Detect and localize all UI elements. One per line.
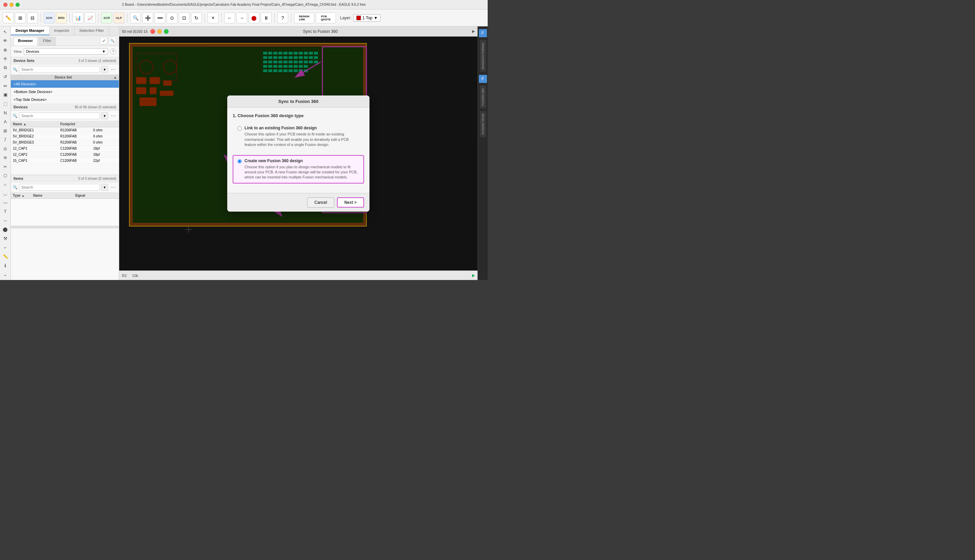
select-tool[interactable]: ↖	[1, 28, 10, 36]
device-set-sort-arrow[interactable]: ▲	[113, 75, 117, 79]
device-set-item-bottom[interactable]: <Bottom Side Devices>	[11, 88, 119, 96]
next-button[interactable]: Next >	[337, 197, 364, 208]
rs-fusion360[interactable]: FUSION 360	[480, 86, 486, 109]
name-sort-icon[interactable]: ▲	[23, 122, 27, 126]
mirror-tool[interactable]: ⇔	[1, 82, 10, 90]
radio-link[interactable]	[237, 126, 242, 131]
stop-tool[interactable]: ⬤	[248, 13, 259, 23]
panel-resize-icon[interactable]: ⤢	[100, 37, 107, 44]
statistics-tool[interactable]: 📊	[72, 13, 83, 23]
group-tool[interactable]: ▣	[1, 91, 10, 99]
tab-selection-filter[interactable]: Selection Filter	[75, 27, 109, 35]
via-tool[interactable]: ⊙	[1, 145, 10, 153]
rs-fusion-team[interactable]: FUSION TEAM	[480, 111, 486, 137]
smash-tool[interactable]: ⚒	[1, 234, 10, 243]
custom-tool[interactable]: SCR	[101, 13, 112, 23]
rs-icon-fusion[interactable]: F	[479, 75, 487, 83]
devices-search-dropdown[interactable]: ▼	[101, 112, 108, 119]
type-sort-icon[interactable]: ▲	[22, 194, 25, 197]
pointer-tool[interactable]: ✏️	[3, 13, 13, 23]
refresh-tool[interactable]: ↻	[191, 13, 202, 23]
device-set-item-all[interactable]: <All Devices>	[11, 80, 119, 88]
arc-tool[interactable]: ◡	[1, 190, 10, 198]
grid-tool[interactable]: ⊞	[15, 13, 26, 23]
info-tool[interactable]: ℹ	[1, 262, 10, 270]
ripup-tool[interactable]: ✂	[1, 163, 10, 171]
collapse-tool[interactable]: ⌄	[1, 270, 10, 278]
modal-option-create[interactable]: Create new Fusion 360 design Choose this…	[233, 155, 364, 183]
device-row-5[interactable]: 15_CAP1 C1206FAB 22pf	[11, 158, 119, 164]
device-sets-search-input[interactable]	[19, 66, 100, 73]
pause-tool[interactable]: ⏸	[261, 13, 272, 23]
devices-more-btn[interactable]: ···	[109, 112, 117, 120]
device-row-3[interactable]: 12_CAP1 C1206FAB 18pf	[11, 146, 119, 152]
device-row-1[interactable]: 5V_BRIDGE2 R1206FAB 0 ohm	[11, 133, 119, 140]
grid2-tool[interactable]: ⊞	[1, 127, 10, 135]
value-tool[interactable]: A	[1, 117, 10, 126]
help-tool[interactable]: ?	[277, 13, 288, 23]
items-search-dropdown[interactable]: ▼	[101, 184, 108, 191]
panel-zoom-icon[interactable]: 🔍	[109, 37, 116, 44]
dim-tool[interactable]: ↔	[1, 217, 10, 225]
tab-design-manager[interactable]: Design Manager	[11, 27, 50, 35]
filter-tool[interactable]: ⊟	[27, 13, 38, 23]
device-row-0[interactable]: 5V_BRIDGE1 R1206FAB 0 ohm	[11, 127, 119, 133]
rotate-tool[interactable]: ↺	[1, 73, 10, 81]
subtab-browser[interactable]: Browser	[13, 37, 37, 46]
schematic-tool[interactable]: SCH	[44, 13, 55, 23]
ungroup-tool[interactable]: ⬚	[1, 100, 10, 108]
name-tool[interactable]: N	[1, 109, 10, 117]
cancel-button[interactable]: Cancel	[307, 197, 334, 208]
canvas-expand-icon[interactable]: ▶	[472, 29, 475, 33]
device-row-2[interactable]: 5V_BRIDGE3 R1206FAB 0 ohm	[11, 140, 119, 146]
board-tool[interactable]: BRD	[56, 13, 67, 23]
panel-scrollbar[interactable]	[11, 226, 119, 228]
modal-option-link[interactable]: Link to an existing Fusion 360 design Ch…	[233, 122, 364, 151]
traffic-lights	[150, 29, 168, 34]
zoom-out-tool[interactable]: 🔍	[130, 13, 141, 23]
devices-search-input[interactable]	[19, 112, 100, 119]
subtab-filter[interactable]: Filter	[38, 37, 55, 46]
graph-tool[interactable]: 📈	[85, 13, 95, 23]
rs-icon-top[interactable]: F	[479, 29, 487, 37]
polygon-tool[interactable]: ⬡	[1, 172, 10, 180]
copy-tool[interactable]: ⧉	[1, 63, 10, 72]
items-search-input[interactable]	[19, 184, 100, 191]
device-set-item-top[interactable]: <Top Side Devices>	[11, 96, 119, 103]
device-row-4[interactable]: 12_CAP2 C1206FAB 18pf	[11, 152, 119, 158]
eye-tool[interactable]: 👁	[1, 37, 10, 45]
maximize-button[interactable]	[16, 3, 20, 7]
pad-tool[interactable]: ⬤	[1, 225, 10, 234]
zoom-fit-tool[interactable]: ⊙	[167, 13, 177, 23]
zoom-area-tool[interactable]: ⊡	[179, 13, 190, 23]
back-tool[interactable]: ←	[224, 13, 235, 23]
device-sets-search-dropdown[interactable]: ▼	[101, 66, 108, 73]
circle-tool[interactable]: ○	[1, 180, 10, 189]
zoom-minus-tool[interactable]: ➖	[155, 13, 165, 23]
measure-tool[interactable]: 📏	[1, 252, 10, 261]
run-tool[interactable]: ULP	[113, 13, 124, 23]
wire-tool[interactable]: —	[1, 198, 10, 207]
tab-inspector[interactable]: Inspector	[50, 27, 75, 35]
device-sets-more-btn[interactable]: ···	[109, 66, 117, 73]
forward-tool[interactable]: →	[237, 13, 247, 23]
close-button[interactable]	[3, 3, 7, 7]
drc-tool[interactable]: ✕	[208, 13, 218, 23]
pcb-quote-tool[interactable]: PCBQUOTE	[316, 13, 336, 23]
crosshair-tool[interactable]: ⊕	[1, 46, 10, 54]
items-more-btn[interactable]: ···	[109, 183, 117, 191]
view-dropdown[interactable]: Devices ▼	[24, 48, 108, 55]
pcb-canvas[interactable]: Sync to Fusion 360 1. Choose Fusion 360 …	[119, 37, 478, 270]
text-tool[interactable]: T	[1, 208, 10, 216]
layer-dropdown[interactable]: 1 Top ▼	[353, 14, 381, 22]
zoom-in-tool[interactable]: ➕	[142, 13, 153, 23]
ratsnest-tool[interactable]: ≋	[1, 153, 10, 162]
route-tool[interactable]: ⤴	[1, 135, 10, 144]
minimize-button[interactable]	[10, 3, 13, 7]
move-tool[interactable]: ✛	[1, 55, 10, 63]
design-link-tool[interactable]: DESIGNLINK	[294, 13, 314, 23]
miter-tool[interactable]: ⌐	[1, 243, 10, 252]
rs-manufacturing[interactable]: MANUFACTURING	[480, 40, 486, 72]
help-button[interactable]: ?	[110, 48, 116, 55]
radio-create[interactable]	[237, 159, 242, 163]
